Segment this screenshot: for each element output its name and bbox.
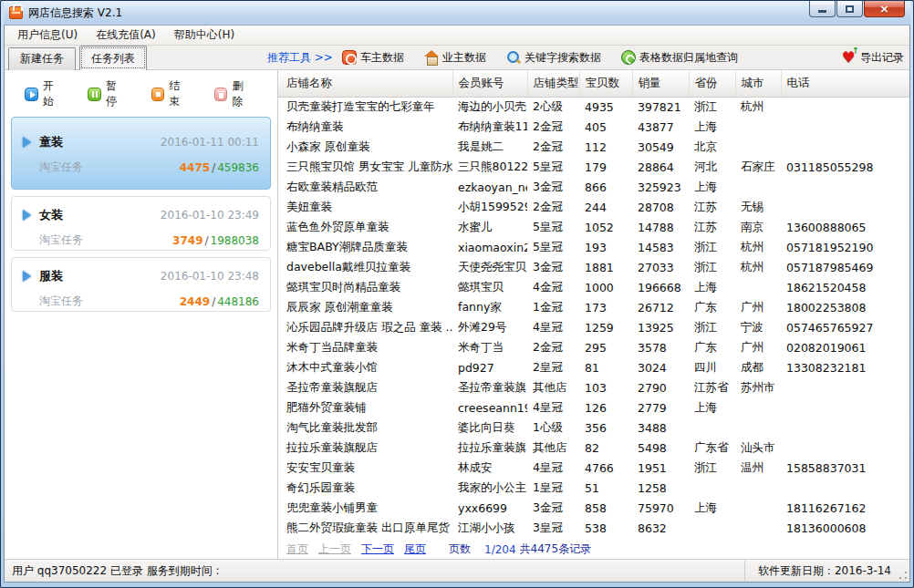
- table-row[interactable]: 熊二外贸瑕疵童装 出口原单尾货 ...江湖小小孩3皇冠5388632181360…: [278, 518, 909, 538]
- table-cell: 2790: [632, 377, 689, 397]
- table-row[interactable]: 小森家 原创童装我是姚二2金冠11230549北京: [278, 137, 909, 157]
- stop-icon: [151, 88, 165, 101]
- table-cell: 28864: [632, 157, 689, 177]
- column-header[interactable]: 店铺名称: [278, 70, 452, 97]
- table-cell: 天使尧尧宝贝: [452, 257, 527, 277]
- table-cell: 南京: [735, 217, 781, 237]
- table-row[interactable]: 淘气比童装批发部婆比向日葵1心级3563488: [278, 418, 909, 438]
- table-cell: 2金冠: [527, 197, 579, 217]
- table-cell: 四川: [689, 357, 735, 377]
- next-page-link[interactable]: 下一页: [361, 542, 394, 557]
- tool-property-owner-data[interactable]: 业主数据: [424, 50, 486, 66]
- table-cell: 圣拉帝童装旗舰店: [278, 377, 452, 397]
- column-header[interactable]: 店铺类型: [527, 70, 579, 97]
- column-header[interactable]: 会员账号: [452, 70, 527, 97]
- task-list: 童装 2016-01-11 00:11 淘宝任务 4475/459836: [5, 117, 277, 312]
- table-cell: 3024: [632, 357, 689, 377]
- table-cell: 173: [579, 297, 632, 317]
- table-cell: 懿琪宝贝: [452, 277, 527, 297]
- table-cell: 244: [579, 197, 632, 217]
- start-button[interactable]: 开始: [25, 78, 64, 109]
- table-cell: 江苏: [689, 217, 735, 237]
- promo-tools-link[interactable]: 推荐工具 >>: [267, 50, 333, 66]
- table-cell: [781, 377, 909, 397]
- column-header[interactable]: 销量: [632, 70, 689, 97]
- table-cell: 小森家 原创童装: [278, 137, 452, 157]
- table-cell: 布纳纳童装1117: [452, 117, 527, 137]
- task-card-nvzhuang[interactable]: 女装 2016-01-10 23:49 淘宝任务 3749/1988038: [11, 196, 271, 251]
- table-row[interactable]: 懿琪宝贝时尚精品童装懿琪宝贝4金冠1000196668上海18621520458: [278, 277, 909, 297]
- table-cell: 上海: [689, 498, 735, 518]
- table-cell: 1心级: [527, 418, 579, 438]
- table-row[interactable]: 安安宝贝童装林成安4皇冠47661951浙江温州15858837031: [278, 458, 909, 478]
- tool-keyword-search-data[interactable]: 关键字搜索数据: [506, 50, 601, 66]
- export-records-button[interactable]: 导出记录: [842, 50, 904, 66]
- delete-icon: [214, 88, 228, 101]
- delete-button[interactable]: 删除: [214, 78, 254, 109]
- table-cell: 02082019061: [781, 337, 909, 357]
- column-header[interactable]: 城市: [735, 70, 781, 97]
- table-row[interactable]: 圣拉帝童装旗舰店圣拉帝童装旗...其他店1032790江苏省苏州市: [278, 377, 909, 397]
- table-row[interactable]: 美妞童装小胡15995294...2金冠24428708江苏无锡: [278, 197, 909, 217]
- table-cell: [781, 97, 909, 117]
- tab-new-task[interactable]: 新建任务: [8, 47, 76, 70]
- prev-page-link[interactable]: 上一页: [318, 542, 351, 557]
- table-cell: 3488: [632, 418, 689, 438]
- tool-car-owner-data[interactable]: 车主数据: [342, 50, 404, 66]
- table-cell: 江湖小小孩: [452, 518, 527, 538]
- table-cell: 5498: [632, 438, 689, 458]
- pause-button[interactable]: 暂停: [88, 78, 127, 109]
- last-page-link[interactable]: 尾页: [404, 542, 426, 557]
- table-row[interactable]: 米奇丁当品牌童装米奇丁当2金冠2953578广东广州02082019061: [278, 337, 909, 357]
- tab-toolbar-row: 新建任务 任务列表 推荐工具 >> 车主数据 业主数据 关键字搜索数据: [5, 46, 909, 70]
- table-cell: 懿琪宝贝时尚精品童装: [278, 277, 452, 297]
- table-row[interactable]: davebella戴维贝拉童装天使尧尧宝贝3金冠188127033浙江杭州057…: [278, 257, 909, 277]
- table-row[interactable]: 兜兜童装小铺男童yxx66993金冠85875970上海18116267162: [278, 498, 909, 518]
- table-row[interactable]: 沁乐园品牌升级店 瑕之品 童装 ...外滩29号4皇冠125913925浙江宁波…: [278, 317, 909, 337]
- table-cell: 其他店: [527, 438, 579, 458]
- menu-help-center[interactable]: 帮助中心(H): [165, 26, 244, 45]
- table-cell: [735, 478, 781, 498]
- stop-button[interactable]: 结束: [151, 78, 191, 109]
- column-header[interactable]: 电话: [781, 70, 909, 97]
- menu-online-recharge[interactable]: 在线充值(A): [87, 26, 165, 45]
- maximize-button[interactable]: [836, 1, 863, 17]
- resize-grip-icon[interactable]: [898, 571, 908, 580]
- tool-table-data-location-query[interactable]: 表格数据归属地查询: [621, 50, 738, 66]
- table-row[interactable]: 布纳纳童装布纳纳童装11172金冠40543877上海: [278, 117, 909, 137]
- table-cell: 河北: [689, 157, 735, 177]
- table-row[interactable]: 糖宝BABY潮牌品质童装xiaomaoxin20085皇冠19314583浙江杭…: [278, 237, 909, 257]
- close-button[interactable]: ×: [864, 1, 905, 17]
- table-row[interactable]: 肥猫外贸童装铺creeseann19834皇冠1262779上海: [278, 397, 909, 418]
- table-row[interactable]: 沐木中式童装小馆pd9272皇冠813024四川成都13308232181: [278, 357, 909, 377]
- minimize-button[interactable]: [809, 1, 836, 17]
- table-cell: 其他店: [527, 377, 579, 397]
- table-cell: 18002253808: [781, 297, 909, 317]
- table-row[interactable]: 辰辰家 原创潮童童装fanny家1金冠17326712广东广州180022538…: [278, 297, 909, 317]
- table-cell: 杭州: [735, 237, 781, 257]
- task-actions: 开始 暂停 结束 删除: [5, 70, 277, 117]
- menu-user-info[interactable]: 用户信息(U): [8, 26, 87, 45]
- task-play-icon: [23, 210, 31, 221]
- column-header[interactable]: 省份: [689, 70, 735, 97]
- play-icon: [25, 88, 38, 101]
- table-row[interactable]: 贝壳童装打造宝宝的七彩童年海边的小贝壳2心级4935397821浙江杭州: [278, 97, 909, 117]
- table-cell: 1881: [579, 257, 632, 277]
- task-card-tongzhuang[interactable]: 童装 2016-01-11 00:11 淘宝任务 4475/459836: [11, 117, 271, 190]
- table-row[interactable]: 三只熊宝贝馆 男女宝宝 儿童防水...三只熊8012255皇冠17928864河…: [278, 157, 909, 177]
- table-cell: 18621520458: [781, 277, 909, 297]
- table-row[interactable]: 蓝色鱼外贸原单童装水蜜儿5皇冠105214788江苏南京13600888065: [278, 217, 909, 237]
- table-cell: 866: [579, 177, 632, 197]
- table-cell: 51: [579, 478, 632, 498]
- column-header[interactable]: 宝贝数: [579, 70, 632, 97]
- table-cell: 1金冠: [527, 297, 579, 317]
- table-row[interactable]: 右欧童装精品欧范ezkaoyan_new...3金冠866325923上海: [278, 177, 909, 197]
- tab-task-list[interactable]: 任务列表: [79, 46, 147, 70]
- table-row[interactable]: 奇幻乐园童装我家的小公主...1皇冠511258: [278, 478, 909, 498]
- table-cell: 13925: [632, 317, 689, 337]
- task-progress: 2449/448186: [180, 295, 259, 308]
- first-page-link[interactable]: 首页: [286, 542, 308, 557]
- table-cell: 43877: [632, 117, 689, 137]
- table-row[interactable]: 拉拉乐童装旗舰店拉拉乐童装旗...其他店825498广东省汕头市: [278, 438, 909, 458]
- task-card-fuzhuang[interactable]: 服装 2016-01-10 23:48 淘宝任务 2449/448186: [11, 257, 271, 312]
